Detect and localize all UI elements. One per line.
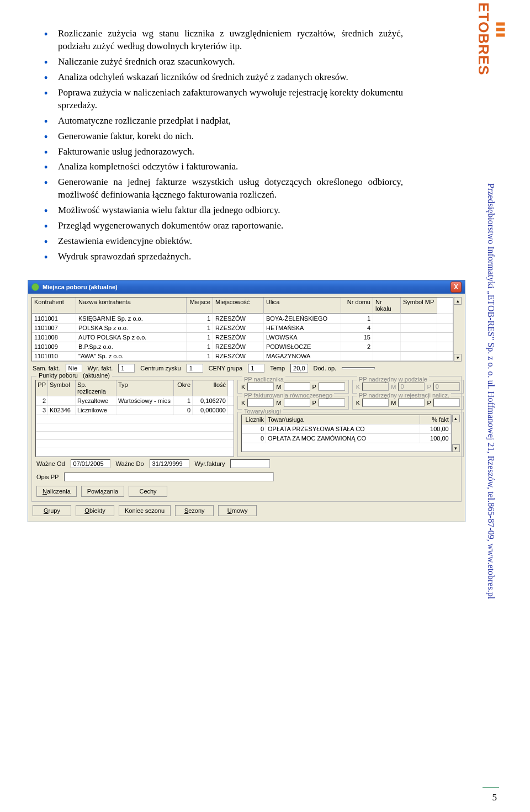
dialog-miejsca-poboru: Miejsca poboru (aktualne) X Kontrahent N… <box>28 280 465 522</box>
bullet-item: Zestawienia ewidencyjne obiektów. <box>44 235 403 248</box>
temp-value: 20,0 <box>290 364 308 373</box>
towary-grid[interactable]: Licznik Towar/usługa % fakt 0 OPŁATA PRZ… <box>241 415 452 452</box>
col-miejsce[interactable]: Miejsce <box>187 298 213 314</box>
pp-rejestracji-box: PP nadrzędny w rejestracji nalicz. K M P <box>352 396 464 410</box>
col-towar[interactable]: Towar/usługa <box>266 415 420 424</box>
pp-nadlicznika-legend: PP nadlicznika <box>242 376 285 383</box>
col-nrdomu[interactable]: Nr domu <box>341 298 373 314</box>
sezony-button[interactable]: Sezony <box>175 505 214 516</box>
logo-text: ETOBRES <box>475 3 492 63</box>
svg-rect-1 <box>496 28 505 31</box>
table-row[interactable]: 1101008 AUTO POLSKA Sp z o.o. 1 RZESZÓW … <box>32 333 453 342</box>
col-pp[interactable]: PP <box>36 380 48 396</box>
col-ilosc[interactable]: Ilość <box>193 380 228 396</box>
bullet-item: Automatyczne rozliczanie przedpłat i nad… <box>44 115 403 128</box>
col-procent-fakt[interactable]: % fakt <box>420 415 451 424</box>
k-input[interactable] <box>247 399 274 407</box>
table-row[interactable]: 1101001 KSIĘGARNIE Sp. z o.o. 1 RZESZÓW … <box>32 314 453 323</box>
m-input[interactable] <box>284 383 310 391</box>
table-row[interactable]: 1101010 "AWA" Sp. z o.o. 1 RZESZÓW MAGAZ… <box>32 352 453 361</box>
table-row[interactable]: 1101009 B.P.Sp.z o.o. 1 RZESZÓW PODWISŁO… <box>32 342 453 352</box>
opispp-input[interactable] <box>64 473 274 481</box>
logo: ETOBRES <box>475 3 507 63</box>
bullet-item: Poprawa zużycia w naliczeniach zafakturo… <box>44 87 403 112</box>
col-symbol-mp[interactable]: Symbol MP <box>401 298 437 314</box>
col-sprozliczenia[interactable]: Sp. rozliczenia <box>76 380 116 396</box>
col-symbol[interactable]: Symbol <box>48 380 76 396</box>
list-item[interactable]: 0 OPŁATA ZA MOC ZAMÓWIONĄ CO 100,00 <box>242 434 451 443</box>
ceny-value: 1 <box>248 364 264 373</box>
punkty-grid[interactable]: PP Symbol Sp. rozliczenia Typ Okre Ilość… <box>35 380 234 457</box>
table-row[interactable]: 1101007 POLSKA Sp z o.o. 1 RZESZÓW HETMA… <box>32 323 453 333</box>
opispp-label: Opis PP <box>36 474 59 480</box>
scroll-down-icon[interactable]: ▾ <box>452 444 460 452</box>
centrum-label: Centrum zysku <box>140 365 181 371</box>
punkty-aktualne: (aktualne) <box>83 372 110 379</box>
col-okre[interactable]: Okre <box>174 380 193 396</box>
punkty-poboru-group: Punkty poboru (aktualne) PP Symbol Sp. r… <box>31 376 462 502</box>
k-input[interactable] <box>247 383 274 391</box>
bullet-item: Naliczanie zużyć średnich oraz szacunkow… <box>44 56 403 68</box>
list-item[interactable]: 3 K02346 Licznikowe 0 0,000000 <box>36 406 234 415</box>
col-kontrahent[interactable]: Kontrahent <box>32 298 76 314</box>
bullet-item: Przegląd wygenerowanych dokumentów oraz … <box>44 220 403 232</box>
pp-nadrzedny-podziale-legend: PP nadrzędny w podziale <box>357 376 429 383</box>
p-input[interactable] <box>433 399 460 407</box>
col-typ[interactable]: Typ <box>116 380 174 396</box>
towary-group: Towary/usługi Licznik Towar/usługa % fak… <box>237 412 464 457</box>
cechy-button[interactable]: Cechy <box>129 486 167 497</box>
ceny-label: CENY grupa <box>209 365 243 371</box>
list-item[interactable]: 0 OPŁATA PRZESYŁOWA STAŁA CO 100,00 <box>242 424 451 434</box>
wazneod-label: Ważne Od <box>36 460 65 467</box>
towary-legend: Towary/usługi <box>242 408 283 415</box>
col-nazwa[interactable]: Nazwa kontrahenta <box>76 298 187 314</box>
p-input[interactable] <box>319 383 345 391</box>
pp-rejestracji-legend: PP nadrzędny w rejestracji nalicz. <box>357 392 451 399</box>
umowy-button[interactable]: Umowy <box>218 505 257 516</box>
wazneod-input[interactable]: 07/01/2005 <box>71 459 110 468</box>
naliczenia-button[interactable]: Naliczenia <box>36 486 77 497</box>
svg-rect-0 <box>496 23 505 26</box>
page-number-divider <box>483 787 499 788</box>
m-input-disabled: 0 <box>398 383 425 391</box>
m-input[interactable] <box>284 399 310 407</box>
samfakt-value: Nie <box>66 364 82 373</box>
koniec-sezonu-button[interactable]: Koniec sezonu <box>119 505 171 516</box>
powiazania-button[interactable]: Powiązania <box>81 486 124 497</box>
feature-bullets: Rozliczanie zużycia wg stanu licznika z … <box>28 28 403 263</box>
bullet-item: Rozliczanie zużycia wg stanu licznika z … <box>44 28 403 53</box>
wyrfakt-label: Wyr. fakt. <box>88 365 113 371</box>
sidebar: ETOBRES Przedsiębiorstwo Informatyki „ET… <box>460 17 521 703</box>
col-ulica[interactable]: Ulica <box>264 298 341 314</box>
titlebar[interactable]: Miejsca poboru (aktualne) X <box>28 280 465 294</box>
kontrahent-grid[interactable]: Kontrahent Nazwa kontrahenta Miejsce Mie… <box>31 297 453 362</box>
towary-scrollbar[interactable]: ▴ ▾ <box>452 415 460 452</box>
centrum-value: 1 <box>187 364 203 373</box>
logo-icon <box>494 22 507 45</box>
obiekty-button[interactable]: Obiekty <box>76 505 114 516</box>
bullet-item: Wydruk sprawozdań sprzedażnych. <box>44 251 403 263</box>
wyrfaktury-input[interactable] <box>230 459 270 468</box>
samfakt-label: Sam. fakt. <box>33 365 60 371</box>
bullet-item: Analiza odchyleń wskazań liczników od śr… <box>44 71 403 84</box>
punkty-legend: Punkty poboru <box>39 372 78 379</box>
col-nrlok[interactable]: Nr lokalu <box>373 298 401 314</box>
close-button[interactable]: X <box>451 282 462 293</box>
col-miejscowosc[interactable]: Miejscowość <box>213 298 264 314</box>
grupy-button[interactable]: Grupy <box>33 505 71 516</box>
col-licznik[interactable]: Licznik <box>242 415 266 424</box>
waznedo-input[interactable]: 31/12/9999 <box>150 459 189 468</box>
list-item[interactable]: 2 Ryczałtowe Wartościowy - mies 1 0,1062… <box>36 396 234 406</box>
p-input[interactable] <box>319 399 345 407</box>
bullet-item: Fakturowanie usług jednorazowych. <box>44 146 403 158</box>
wyrfakt-value: 1 <box>118 364 135 373</box>
k-input[interactable] <box>362 399 389 407</box>
company-info: Przedsiębiorstwo Informatyki „ETOB-RES" … <box>486 82 496 700</box>
scroll-up-icon[interactable]: ▴ <box>452 415 460 422</box>
app-icon <box>31 283 39 291</box>
dodop-label: Dod. op. <box>314 365 337 371</box>
wyrfaktury-label: Wyr.faktury <box>195 460 225 467</box>
m-input[interactable] <box>398 399 425 407</box>
bullet-item: Generowanie faktur, korekt do nich. <box>44 130 403 143</box>
svg-rect-2 <box>496 34 505 37</box>
